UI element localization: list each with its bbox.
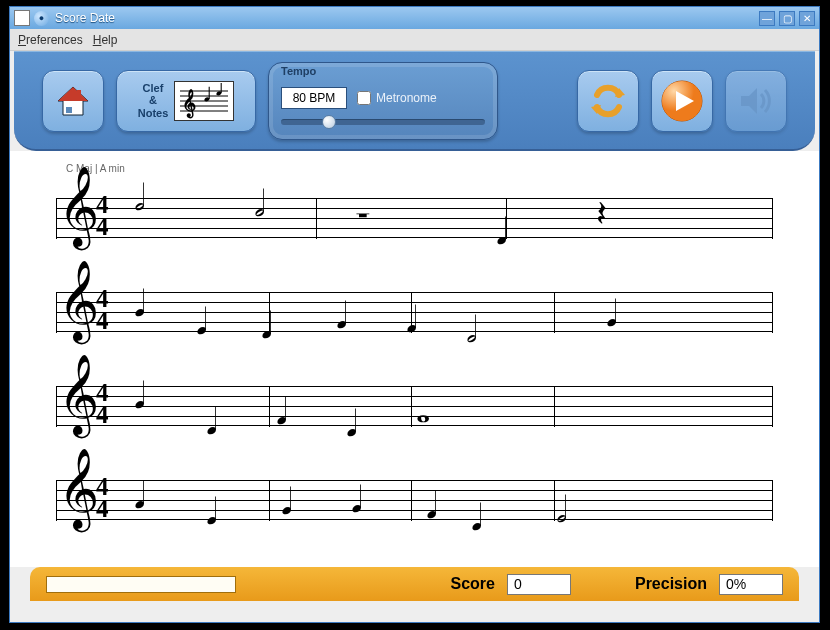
barline [554, 292, 555, 333]
window-title: Score Date [55, 11, 755, 25]
play-button[interactable] [651, 70, 713, 132]
metronome-checkbox[interactable] [357, 91, 371, 105]
svg-rect-3 [66, 107, 72, 113]
precision-value: 0% [719, 574, 783, 595]
tempo-slider-thumb[interactable] [322, 115, 336, 129]
clef-notes-button[interactable]: Clef & Notes 𝄞 𝅘𝅥 𝅘𝅥 [116, 70, 256, 132]
barline [411, 386, 412, 427]
staff-row: 𝄞44𝅗𝅥𝅗𝅥𝄻𝅘𝅥𝄽 [56, 176, 773, 256]
play-icon [660, 79, 704, 123]
time-signature: 44 [96, 476, 109, 520]
time-signature: 44 [96, 288, 109, 332]
treble-clef-icon: 𝄞 [58, 172, 99, 242]
refresh-icon [589, 83, 627, 119]
metronome-toggle[interactable]: Metronome [357, 91, 437, 105]
barline [554, 480, 555, 521]
score-label: Score [451, 575, 495, 593]
barline [554, 386, 555, 427]
barline [269, 292, 270, 333]
svg-text:𝅘𝅥: 𝅘𝅥 [204, 86, 210, 102]
barline [269, 480, 270, 521]
score-area: C Maj | A min 𝄞44𝅗𝅥𝅗𝅥𝄻𝅘𝅥𝄽𝄞44𝅘𝅥𝅘𝅥𝅘𝅥𝅘𝅥𝅘𝅥𝅗𝅥… [10, 151, 819, 567]
sound-button[interactable] [725, 70, 787, 132]
menu-help[interactable]: Help [93, 33, 118, 47]
maximize-button[interactable]: ▢ [779, 11, 795, 26]
clef-preview: 𝄞 𝅘𝅥 𝅘𝅥 [174, 81, 234, 121]
close-button[interactable]: ✕ [799, 11, 815, 26]
barline [411, 480, 412, 521]
progress-bar [46, 576, 236, 593]
metronome-label: Metronome [376, 91, 437, 105]
statusbar: Score 0 Precision 0% [30, 567, 799, 601]
tempo-slider[interactable] [281, 119, 485, 125]
treble-clef-icon: 𝄞 [58, 266, 99, 336]
time-signature: 44 [96, 382, 109, 426]
staff-row: 𝄞44𝅘𝅥𝅘𝅥𝅘𝅥𝅘𝅥𝅘𝅥𝅘𝅥𝅗𝅥 [56, 458, 773, 538]
menu-preferences[interactable]: Preferences [18, 33, 83, 47]
svg-text:𝅘𝅥: 𝅘𝅥 [216, 83, 222, 96]
svg-text:𝄞: 𝄞 [182, 88, 196, 119]
key-signature-label: C Maj | A min [66, 163, 773, 174]
precision-label: Precision [635, 575, 707, 593]
staff-row: 𝄞44𝅘𝅥𝅘𝅥𝅘𝅥𝅘𝅥𝅝 [56, 364, 773, 444]
barline [411, 292, 412, 333]
barline [316, 198, 317, 239]
minimize-button[interactable]: — [759, 11, 775, 26]
titlebar[interactable]: ♪ ● Score Date — ▢ ✕ [10, 7, 819, 29]
svg-rect-2 [77, 90, 81, 97]
tempo-input[interactable] [281, 87, 347, 109]
treble-clef-icon: 𝄞 [58, 454, 99, 524]
home-button[interactable] [42, 70, 104, 132]
barline [269, 386, 270, 427]
tempo-panel: Tempo Metronome [268, 62, 498, 140]
refresh-button[interactable] [577, 70, 639, 132]
app-icon: ♪ [14, 10, 30, 26]
clef-notes-label: Clef & Notes [138, 82, 169, 118]
menubar: Preferences Help [10, 29, 819, 51]
svg-marker-17 [741, 88, 757, 114]
toolbar: Clef & Notes 𝄞 𝅘𝅥 𝅘𝅥 Tempo [14, 51, 815, 151]
speaker-icon [737, 84, 775, 118]
score-value: 0 [507, 574, 571, 595]
app-window: ♪ ● Score Date — ▢ ✕ Preferences Help Cl… [9, 6, 820, 623]
home-icon [55, 85, 91, 117]
svg-marker-1 [58, 87, 88, 101]
sysmenu-icon[interactable]: ● [34, 11, 49, 26]
staff-row: 𝄞44𝅘𝅥𝅘𝅥𝅘𝅥𝅘𝅥𝅘𝅥𝅗𝅥𝅘𝅥 [56, 270, 773, 350]
treble-clef-icon: 𝄞 [58, 360, 99, 430]
tempo-legend: Tempo [281, 65, 316, 77]
barline [506, 198, 507, 239]
time-signature: 44 [96, 194, 109, 238]
